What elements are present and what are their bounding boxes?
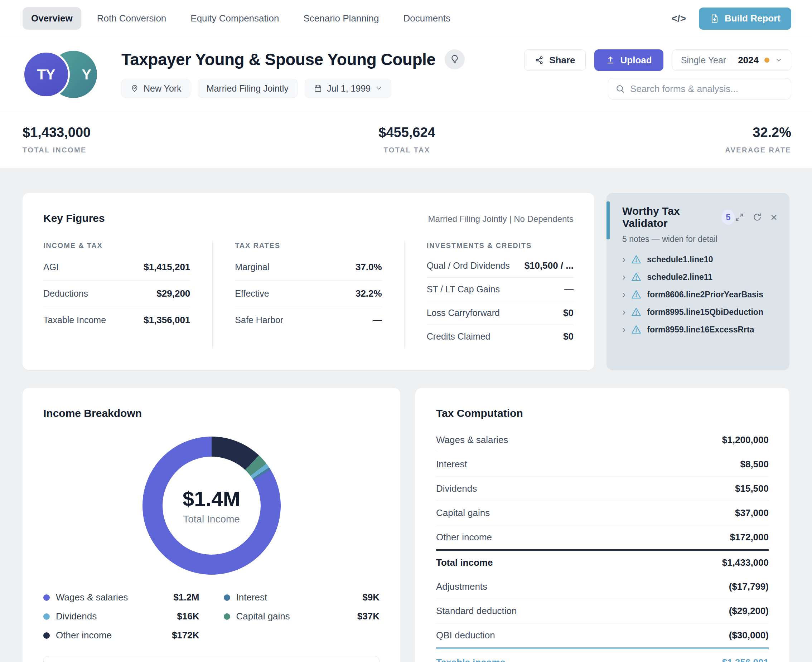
client-avatars: Y TY bbox=[23, 49, 103, 100]
kf-row-safe-harbor: Safe Harbor — bbox=[235, 307, 382, 333]
upload-button[interactable]: Upload bbox=[594, 49, 664, 71]
legend-dot bbox=[44, 613, 50, 620]
key-figures-title: Key Figures bbox=[44, 212, 105, 224]
column-income-and-tax: INCOME & TAX AGI $1,415,201 Deductions $… bbox=[44, 241, 212, 348]
tc-row-interest: Interest $8,500 bbox=[436, 452, 768, 477]
legend-item-dividends: Dividends $16K bbox=[44, 611, 200, 622]
tab-scenario-planning[interactable]: Scenario Planning bbox=[295, 7, 387, 30]
kf-row-effective: Effective 32.2% bbox=[235, 281, 382, 307]
tab-equity-compensation[interactable]: Equity Compensation bbox=[182, 7, 287, 30]
year-selector[interactable]: Single Year 2024 bbox=[672, 49, 791, 71]
kf-row-marginal: Marginal 37.0% bbox=[235, 254, 382, 281]
tc-row-wages: Wages & salaries $1,200,000 bbox=[436, 428, 768, 452]
tc-row-dividends: Dividends $15,500 bbox=[436, 477, 768, 501]
warning-icon bbox=[631, 324, 641, 335]
summary-stats: $1,433,000 TOTAL INCOME $455,624 TOTAL T… bbox=[0, 112, 812, 168]
client-header: Y TY Taxpayer Young & Spouse Young Coupl… bbox=[0, 37, 812, 112]
chevron-down-icon bbox=[375, 85, 382, 92]
search-input[interactable] bbox=[630, 84, 784, 95]
tab-overview[interactable]: Overview bbox=[23, 7, 81, 30]
chevron-right-icon: › bbox=[622, 289, 625, 299]
tc-row-taxable-income: Taxable income $1,356,001 bbox=[436, 648, 768, 662]
chevron-right-icon: › bbox=[622, 254, 625, 264]
build-report-button[interactable]: Build Report bbox=[699, 8, 791, 30]
expand-icon[interactable] bbox=[735, 212, 744, 222]
legend-item-wages: Wages & salaries $1.2M bbox=[44, 592, 200, 603]
see-1040-details-button[interactable]: SEE 1040 DETAILS → bbox=[44, 656, 380, 662]
location-badge: New York bbox=[121, 79, 190, 98]
income-breakdown-title: Income Breakdown bbox=[44, 407, 380, 419]
kf-row-dividends: Qual / Ord Dividends $10,500 / ... bbox=[427, 254, 574, 278]
chevron-right-icon: › bbox=[622, 272, 625, 282]
search-icon bbox=[615, 84, 625, 93]
year-mode-label: Single Year bbox=[681, 55, 727, 66]
tc-row-total-income: Total income $1,433,000 bbox=[436, 549, 768, 575]
upload-icon bbox=[606, 55, 615, 65]
legend-dot bbox=[44, 595, 50, 601]
tc-row-standard-deduction: Standard deduction ($29,200) bbox=[436, 599, 768, 623]
donut-total-label: Total Income bbox=[183, 514, 240, 525]
validator-item[interactable]: › schedule1.line10 bbox=[622, 254, 777, 265]
year-value: 2024 bbox=[738, 55, 759, 66]
legend-dot bbox=[224, 613, 230, 620]
validator-item[interactable]: › schedule2.line11 bbox=[622, 272, 777, 282]
column-investments-credits: INVESTMENTS & CREDITS Qual / Ord Dividen… bbox=[404, 241, 574, 348]
validator-item[interactable]: › form8606.line2PriorYearBasis bbox=[622, 289, 777, 300]
top-nav: Overview Roth Conversion Equity Compensa… bbox=[0, 0, 812, 37]
donut-center: $1.4M Total Income bbox=[163, 456, 261, 554]
validator-count-badge: 5 bbox=[722, 210, 735, 225]
chevron-right-icon: › bbox=[622, 307, 625, 317]
income-breakdown-card: Income Breakdown $1.4M Total Income Wage… bbox=[23, 388, 400, 662]
close-icon[interactable]: × bbox=[770, 212, 777, 223]
key-figures-card: Key Figures Married Filing Jointly | No … bbox=[23, 193, 594, 370]
legend-item-interest: Interest $9K bbox=[224, 592, 380, 603]
calendar-icon bbox=[314, 84, 322, 93]
tab-roth-conversion[interactable]: Roth Conversion bbox=[89, 7, 175, 30]
validator-item[interactable]: › form8995.line15QbiDeduction bbox=[622, 307, 777, 317]
legend-dot bbox=[224, 595, 230, 601]
share-icon bbox=[535, 55, 544, 65]
income-legend: Wages & salaries $1.2M Interest $9K Divi… bbox=[44, 592, 380, 641]
kf-row-loss-carryforward: Loss Carryforward $0 bbox=[427, 301, 574, 325]
kf-row-cap-gains: ST / LT Cap Gains — bbox=[427, 278, 574, 301]
income-donut: $1.4M Total Income bbox=[142, 437, 281, 575]
page-title: Taxpayer Young & Spouse Young Couple bbox=[121, 50, 435, 69]
legend-item-capital-gains: Capital gains $37K bbox=[224, 611, 380, 622]
code-icon[interactable]: </> bbox=[672, 13, 686, 24]
warning-icon bbox=[631, 272, 641, 282]
birthdate-selector[interactable]: Jul 1, 1999 bbox=[304, 79, 392, 98]
search-bar bbox=[608, 78, 791, 100]
validator-subtitle: 5 notes — widen for detail bbox=[622, 235, 777, 244]
legend-item-other-income: Other income $172K bbox=[44, 630, 200, 641]
tc-row-qbi-deduction: QBI deduction ($30,000) bbox=[436, 623, 768, 648]
kf-row-credits-claimed: Credits Claimed $0 bbox=[427, 325, 574, 348]
refresh-icon[interactable] bbox=[752, 212, 762, 222]
tax-computation-title: Tax Computation bbox=[436, 407, 768, 419]
tc-row-capital-gains: Capital gains $37,000 bbox=[436, 501, 768, 525]
warning-icon bbox=[631, 307, 641, 317]
tab-documents[interactable]: Documents bbox=[395, 7, 459, 30]
warning-icon bbox=[631, 289, 641, 300]
tax-validator-panel: Worthy Tax Validator 5 × bbox=[606, 193, 789, 370]
chevron-right-icon: › bbox=[622, 325, 625, 334]
lightbulb-icon[interactable] bbox=[445, 49, 465, 69]
share-button[interactable]: Share bbox=[524, 49, 585, 71]
stat-total-tax: $455,624 TOTAL TAX bbox=[279, 125, 535, 154]
kf-row-agi: AGI $1,415,201 bbox=[44, 254, 190, 281]
validator-item[interactable]: › form8959.line16ExcessRrta bbox=[622, 324, 777, 335]
validator-list: › schedule1.line10 › sched bbox=[622, 254, 777, 335]
kf-row-deductions: Deductions $29,200 bbox=[44, 281, 190, 307]
filing-context: Married Filing Jointly | No Dependents bbox=[428, 214, 574, 224]
kf-row-taxable-income: Taxable Income $1,356,001 bbox=[44, 307, 190, 333]
tax-computation-table: Wages & salaries $1,200,000 Interest $8,… bbox=[436, 428, 768, 662]
year-status-dot bbox=[764, 58, 769, 63]
stat-total-income: $1,433,000 TOTAL INCOME bbox=[23, 125, 279, 154]
warning-icon bbox=[631, 254, 641, 265]
chevron-down-icon bbox=[775, 56, 782, 64]
file-download-icon bbox=[710, 14, 720, 24]
map-pin-icon bbox=[130, 84, 139, 93]
avatar-taxpayer: TY bbox=[23, 51, 70, 98]
tc-row-other-income: Other income $172,000 bbox=[436, 525, 768, 549]
stat-average-rate: 32.2% AVERAGE RATE bbox=[535, 125, 791, 154]
filing-status-badge: Married Filing Jointly bbox=[198, 79, 298, 98]
